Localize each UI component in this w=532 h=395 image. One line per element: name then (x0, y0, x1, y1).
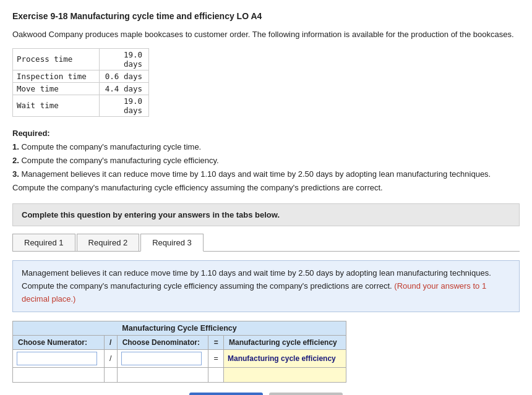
page-title: Exercise 9-18 Manufacturing cycle time a… (12, 11, 520, 21)
required-section: Required: 1. Compute the company's manuf… (12, 127, 520, 195)
data-value: 19.0 days (100, 48, 149, 70)
empty-cell-result (224, 368, 346, 383)
prev-button[interactable]: < Required 2 (189, 393, 263, 395)
slash-label: / (104, 336, 117, 350)
result-text: Manufacturing cycle efficiency (228, 354, 336, 363)
tab-required1[interactable]: Required 1 (12, 234, 75, 251)
result-label: Manufacturing cycle efficiency (224, 336, 346, 350)
denominator-input-cell[interactable] (117, 350, 208, 368)
data-table: Process time19.0 daysInspection time0.6 … (12, 48, 149, 117)
data-label: Wait time (13, 95, 100, 116)
bottom-nav: < Required 2 Required 3 > (12, 393, 520, 395)
data-value: 4.4 days (100, 82, 149, 95)
empty-cell-eq (208, 368, 224, 383)
intro-text: Oakwood Company produces maple bookcases… (12, 28, 520, 41)
tabs-row: Required 1 Required 2 Required 3 (12, 234, 520, 252)
slash-divider: / (104, 350, 117, 368)
mce-table-wrapper: Manufacturing Cycle Efficiency Choose Nu… (12, 321, 520, 383)
denominator-label: Choose Denominator: (117, 336, 208, 350)
data-value: 19.0 days (100, 95, 149, 116)
mce-table-header: Manufacturing Cycle Efficiency (13, 321, 346, 336)
tab-required3[interactable]: Required 3 (140, 234, 204, 252)
empty-cell-1 (13, 368, 105, 383)
numerator-label: Choose Numerator: (13, 336, 105, 350)
req-item-2: 2. Compute the company's manufacturing c… (12, 156, 219, 165)
empty-cell-slash (104, 368, 117, 383)
req-item-3: 3. Management believes it can reduce mov… (12, 169, 491, 192)
data-value: 0.6 days (100, 70, 149, 82)
tab3-content-box: Management believes it can reduce move t… (12, 260, 520, 312)
data-label: Move time (13, 82, 100, 95)
next-button[interactable]: Required 3 > (269, 393, 343, 395)
mce-table: Manufacturing Cycle Efficiency Choose Nu… (12, 321, 346, 383)
result-cell: Manufacturing cycle efficiency (224, 350, 346, 368)
numerator-input[interactable] (17, 352, 97, 365)
eq-label: = (208, 336, 224, 350)
complete-instructions: Complete this question by entering your … (12, 203, 520, 226)
numerator-input-cell[interactable] (13, 350, 105, 368)
req-item-1: 1. Compute the company's manufacturing c… (12, 142, 201, 151)
required-title: Required: (12, 129, 50, 138)
denominator-input[interactable] (121, 352, 202, 365)
empty-cell-2 (117, 368, 208, 383)
tab-required2[interactable]: Required 2 (77, 234, 140, 251)
eq-divider: = (208, 350, 224, 368)
data-label: Inspection time (13, 70, 100, 82)
data-label: Process time (13, 48, 100, 70)
